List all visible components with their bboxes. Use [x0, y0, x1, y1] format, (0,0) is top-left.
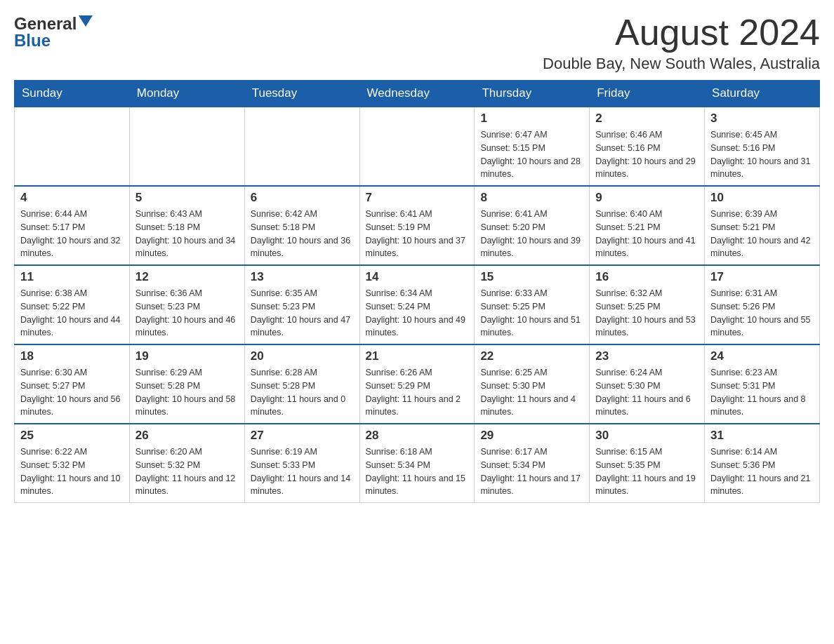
title-section: August 2024 Double Bay, New South Wales,… — [543, 14, 820, 73]
day-number: 8 — [480, 191, 583, 205]
day-number: 30 — [595, 429, 699, 443]
day-number: 9 — [595, 191, 699, 205]
calendar-cell: 5Sunrise: 6:43 AMSunset: 5:18 PMDaylight… — [129, 186, 244, 265]
calendar-cell: 10Sunrise: 6:39 AMSunset: 5:21 PMDayligh… — [705, 186, 820, 265]
column-header-thursday: Thursday — [475, 81, 590, 107]
calendar-week-row: 18Sunrise: 6:30 AMSunset: 5:27 PMDayligh… — [15, 344, 820, 424]
day-info: Sunrise: 6:17 AMSunset: 5:34 PMDaylight:… — [480, 445, 583, 498]
day-info: Sunrise: 6:30 AMSunset: 5:27 PMDaylight:… — [20, 366, 124, 419]
calendar-cell: 16Sunrise: 6:32 AMSunset: 5:25 PMDayligh… — [590, 265, 705, 344]
calendar-cell — [244, 107, 359, 186]
calendar-header-row: SundayMondayTuesdayWednesdayThursdayFrid… — [15, 81, 820, 107]
calendar-cell — [129, 107, 244, 186]
calendar-cell: 15Sunrise: 6:33 AMSunset: 5:25 PMDayligh… — [475, 265, 590, 344]
calendar-cell — [359, 107, 475, 186]
day-number: 11 — [20, 270, 124, 284]
day-info: Sunrise: 6:34 AMSunset: 5:24 PMDaylight:… — [366, 287, 469, 340]
calendar-cell: 11Sunrise: 6:38 AMSunset: 5:22 PMDayligh… — [15, 265, 130, 344]
column-header-wednesday: Wednesday — [359, 81, 475, 107]
column-header-monday: Monday — [129, 81, 244, 107]
day-number: 26 — [135, 429, 239, 443]
day-info: Sunrise: 6:43 AMSunset: 5:18 PMDaylight:… — [135, 208, 239, 260]
calendar-cell: 7Sunrise: 6:41 AMSunset: 5:19 PMDaylight… — [359, 186, 475, 265]
calendar-week-row: 11Sunrise: 6:38 AMSunset: 5:22 PMDayligh… — [15, 265, 820, 344]
day-number: 25 — [20, 429, 124, 443]
day-number: 15 — [480, 270, 583, 284]
calendar-cell: 6Sunrise: 6:42 AMSunset: 5:18 PMDaylight… — [244, 186, 359, 265]
day-number: 21 — [366, 349, 469, 363]
calendar-cell: 25Sunrise: 6:22 AMSunset: 5:32 PMDayligh… — [15, 424, 130, 503]
day-info: Sunrise: 6:24 AMSunset: 5:30 PMDaylight:… — [595, 366, 699, 419]
logo: General Blue — [14, 14, 93, 51]
calendar-week-row: 4Sunrise: 6:44 AMSunset: 5:17 PMDaylight… — [15, 186, 820, 265]
day-number: 4 — [20, 191, 124, 205]
day-info: Sunrise: 6:35 AMSunset: 5:23 PMDaylight:… — [251, 287, 354, 340]
calendar-cell: 4Sunrise: 6:44 AMSunset: 5:17 PMDaylight… — [15, 186, 130, 265]
day-info: Sunrise: 6:36 AMSunset: 5:23 PMDaylight:… — [135, 287, 239, 340]
day-info: Sunrise: 6:32 AMSunset: 5:25 PMDaylight:… — [595, 287, 699, 340]
day-number: 24 — [710, 349, 814, 363]
calendar-cell: 12Sunrise: 6:36 AMSunset: 5:23 PMDayligh… — [129, 265, 244, 344]
calendar-cell: 27Sunrise: 6:19 AMSunset: 5:33 PMDayligh… — [244, 424, 359, 503]
calendar-cell: 19Sunrise: 6:29 AMSunset: 5:28 PMDayligh… — [129, 344, 244, 424]
calendar-cell: 28Sunrise: 6:18 AMSunset: 5:34 PMDayligh… — [359, 424, 475, 503]
day-number: 3 — [710, 112, 814, 126]
day-info: Sunrise: 6:47 AMSunset: 5:15 PMDaylight:… — [480, 128, 583, 181]
calendar-cell: 8Sunrise: 6:41 AMSunset: 5:20 PMDaylight… — [475, 186, 590, 265]
day-info: Sunrise: 6:19 AMSunset: 5:33 PMDaylight:… — [251, 445, 354, 498]
calendar-cell: 3Sunrise: 6:45 AMSunset: 5:16 PMDaylight… — [705, 107, 820, 186]
day-number: 5 — [135, 191, 239, 205]
calendar-cell: 31Sunrise: 6:14 AMSunset: 5:36 PMDayligh… — [705, 424, 820, 503]
day-number: 17 — [710, 270, 814, 284]
logo-blue-text: Blue — [14, 31, 93, 51]
day-info: Sunrise: 6:25 AMSunset: 5:30 PMDaylight:… — [480, 366, 583, 419]
calendar-cell: 21Sunrise: 6:26 AMSunset: 5:29 PMDayligh… — [359, 344, 475, 424]
day-number: 29 — [480, 429, 583, 443]
day-info: Sunrise: 6:45 AMSunset: 5:16 PMDaylight:… — [710, 128, 814, 181]
day-info: Sunrise: 6:46 AMSunset: 5:16 PMDaylight:… — [595, 128, 699, 181]
day-info: Sunrise: 6:29 AMSunset: 5:28 PMDaylight:… — [135, 366, 239, 419]
calendar-cell: 14Sunrise: 6:34 AMSunset: 5:24 PMDayligh… — [359, 265, 475, 344]
day-info: Sunrise: 6:22 AMSunset: 5:32 PMDaylight:… — [20, 445, 124, 498]
day-number: 10 — [710, 191, 814, 205]
location-title: Double Bay, New South Wales, Australia — [543, 55, 820, 73]
column-header-saturday: Saturday — [705, 81, 820, 107]
calendar-cell: 13Sunrise: 6:35 AMSunset: 5:23 PMDayligh… — [244, 265, 359, 344]
day-number: 7 — [366, 191, 469, 205]
day-number: 23 — [595, 349, 699, 363]
calendar-week-row: 1Sunrise: 6:47 AMSunset: 5:15 PMDaylight… — [15, 107, 820, 186]
day-info: Sunrise: 6:41 AMSunset: 5:19 PMDaylight:… — [366, 208, 469, 260]
day-info: Sunrise: 6:40 AMSunset: 5:21 PMDaylight:… — [595, 208, 699, 260]
calendar-cell: 18Sunrise: 6:30 AMSunset: 5:27 PMDayligh… — [15, 344, 130, 424]
day-info: Sunrise: 6:23 AMSunset: 5:31 PMDaylight:… — [710, 366, 814, 419]
day-info: Sunrise: 6:42 AMSunset: 5:18 PMDaylight:… — [251, 208, 354, 260]
day-number: 19 — [135, 349, 239, 363]
day-info: Sunrise: 6:44 AMSunset: 5:17 PMDaylight:… — [20, 208, 124, 260]
calendar-cell: 22Sunrise: 6:25 AMSunset: 5:30 PMDayligh… — [475, 344, 590, 424]
calendar-table: SundayMondayTuesdayWednesdayThursdayFrid… — [14, 80, 820, 503]
calendar-cell: 24Sunrise: 6:23 AMSunset: 5:31 PMDayligh… — [705, 344, 820, 424]
day-info: Sunrise: 6:18 AMSunset: 5:34 PMDaylight:… — [366, 445, 469, 498]
calendar-week-row: 25Sunrise: 6:22 AMSunset: 5:32 PMDayligh… — [15, 424, 820, 503]
calendar-cell: 1Sunrise: 6:47 AMSunset: 5:15 PMDaylight… — [475, 107, 590, 186]
calendar-cell: 29Sunrise: 6:17 AMSunset: 5:34 PMDayligh… — [475, 424, 590, 503]
day-number: 28 — [366, 429, 469, 443]
day-number: 20 — [251, 349, 354, 363]
day-info: Sunrise: 6:15 AMSunset: 5:35 PMDaylight:… — [595, 445, 699, 498]
day-number: 1 — [480, 112, 583, 126]
day-info: Sunrise: 6:41 AMSunset: 5:20 PMDaylight:… — [480, 208, 583, 260]
calendar-cell — [15, 107, 130, 186]
calendar-cell: 17Sunrise: 6:31 AMSunset: 5:26 PMDayligh… — [705, 265, 820, 344]
day-info: Sunrise: 6:31 AMSunset: 5:26 PMDaylight:… — [710, 287, 814, 340]
day-info: Sunrise: 6:26 AMSunset: 5:29 PMDaylight:… — [366, 366, 469, 419]
day-number: 31 — [710, 429, 814, 443]
month-title: August 2024 — [543, 14, 820, 51]
day-number: 2 — [595, 112, 699, 126]
day-number: 16 — [595, 270, 699, 284]
calendar-cell: 20Sunrise: 6:28 AMSunset: 5:28 PMDayligh… — [244, 344, 359, 424]
calendar-cell: 30Sunrise: 6:15 AMSunset: 5:35 PMDayligh… — [590, 424, 705, 503]
page-header: General Blue August 2024 Double Bay, New… — [14, 14, 820, 73]
day-info: Sunrise: 6:20 AMSunset: 5:32 PMDaylight:… — [135, 445, 239, 498]
column-header-tuesday: Tuesday — [244, 81, 359, 107]
day-number: 13 — [251, 270, 354, 284]
